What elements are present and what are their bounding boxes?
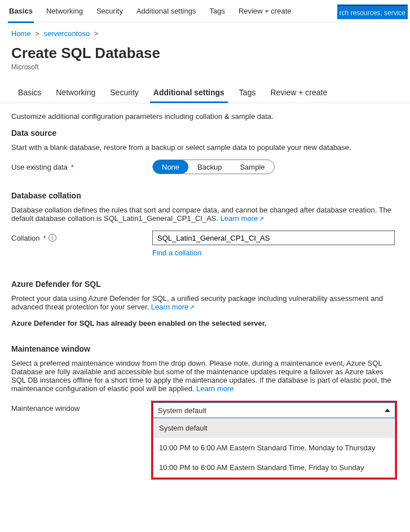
- maintenance-window-label: Maintenance window: [11, 401, 152, 413]
- breadcrumb-sep: >: [35, 29, 39, 38]
- collation-input[interactable]: [152, 230, 395, 245]
- use-existing-data-label: Use existing data*: [11, 163, 152, 171]
- collation-desc: Database collation defines the rules tha…: [11, 206, 399, 223]
- top-tab-additional[interactable]: Additional settings: [130, 0, 203, 23]
- chevron-up-icon: [385, 409, 390, 412]
- top-tab-tags[interactable]: Tags: [202, 0, 231, 23]
- required-asterisk: *: [43, 234, 46, 242]
- find-collation-link[interactable]: Find a collation: [152, 249, 201, 257]
- page-header: Create SQL Database Microsoft: [0, 42, 410, 79]
- intro-text: Customize additional configuration param…: [11, 112, 399, 121]
- breadcrumb-home[interactable]: Home: [11, 29, 31, 38]
- top-tab-bar: Basics Networking Security Additional se…: [0, 0, 410, 23]
- breadcrumb-sep: >: [94, 29, 99, 38]
- page-subtitle: Microsoft: [11, 63, 399, 71]
- collation-heading: Database collation: [11, 191, 399, 200]
- maintenance-dropdown-list: System default 10:00 PM to 6:00 AM Easte…: [153, 418, 395, 478]
- collation-learn-more-link[interactable]: Learn more↗: [221, 214, 264, 223]
- tab-security[interactable]: Security: [103, 82, 146, 103]
- breadcrumb-server[interactable]: servercontoso: [44, 29, 90, 38]
- maintenance-option-default[interactable]: System default: [153, 418, 395, 438]
- data-source-desc: Start with a blank database, restore fro…: [11, 143, 399, 152]
- maintenance-option-weekend[interactable]: 10:00 PM to 6:00 AM Eastern Standard Tim…: [153, 458, 395, 477]
- inner-tab-bar: Basics Networking Security Additional se…: [0, 82, 410, 103]
- maintenance-window-dropdown[interactable]: System default System default 10:00 PM t…: [153, 402, 395, 478]
- top-tab-security[interactable]: Security: [90, 0, 130, 23]
- maintenance-desc: Select a preferred maintenance window fr…: [11, 359, 399, 393]
- top-tab-networking[interactable]: Networking: [39, 0, 90, 23]
- required-asterisk: *: [71, 163, 74, 171]
- maintenance-heading: Maintenance window: [11, 344, 399, 353]
- data-source-heading: Data source: [11, 128, 399, 138]
- maintenance-option-weeknight[interactable]: 10:00 PM to 6:00 AM Eastern Standard Tim…: [153, 438, 395, 458]
- defender-enabled-note: Azure Defender for SQL has already been …: [11, 319, 399, 327]
- top-tab-review[interactable]: Review + create: [232, 0, 298, 23]
- maintenance-highlight: System default System default 10:00 PM t…: [151, 401, 397, 480]
- maintenance-dropdown-field[interactable]: System default: [153, 402, 395, 418]
- top-tab-basics[interactable]: Basics: [2, 0, 39, 23]
- defender-learn-more-link[interactable]: Learn more↗: [151, 303, 195, 311]
- external-link-icon: ↗: [259, 215, 264, 222]
- defender-heading: Azure Defender for SQL: [11, 280, 399, 289]
- breadcrumb: Home > servercontoso >: [0, 23, 410, 42]
- tab-tags[interactable]: Tags: [232, 82, 263, 103]
- defender-desc: Protect your data using Azure Defender f…: [11, 294, 399, 311]
- collation-label: Collation* i: [11, 234, 152, 242]
- option-backup[interactable]: Backup: [188, 160, 231, 174]
- tab-networking[interactable]: Networking: [49, 82, 102, 103]
- use-existing-data-options: None Backup Sample: [152, 159, 275, 174]
- tab-basics[interactable]: Basics: [11, 82, 48, 103]
- option-sample[interactable]: Sample: [231, 160, 274, 174]
- tab-review-create[interactable]: Review + create: [263, 82, 334, 103]
- search-fragment[interactable]: rch resources, service: [337, 5, 408, 19]
- content-area: Customize additional configuration param…: [0, 103, 410, 532]
- option-none[interactable]: None: [153, 160, 188, 174]
- tab-additional-settings[interactable]: Additional settings: [147, 82, 231, 103]
- info-icon[interactable]: i: [49, 234, 56, 242]
- external-link-icon: ↗: [189, 304, 195, 311]
- page-title: Create SQL Database: [11, 45, 399, 62]
- maintenance-selected-value: System default: [158, 406, 206, 415]
- maintenance-learn-more-link[interactable]: Learn more: [196, 384, 233, 393]
